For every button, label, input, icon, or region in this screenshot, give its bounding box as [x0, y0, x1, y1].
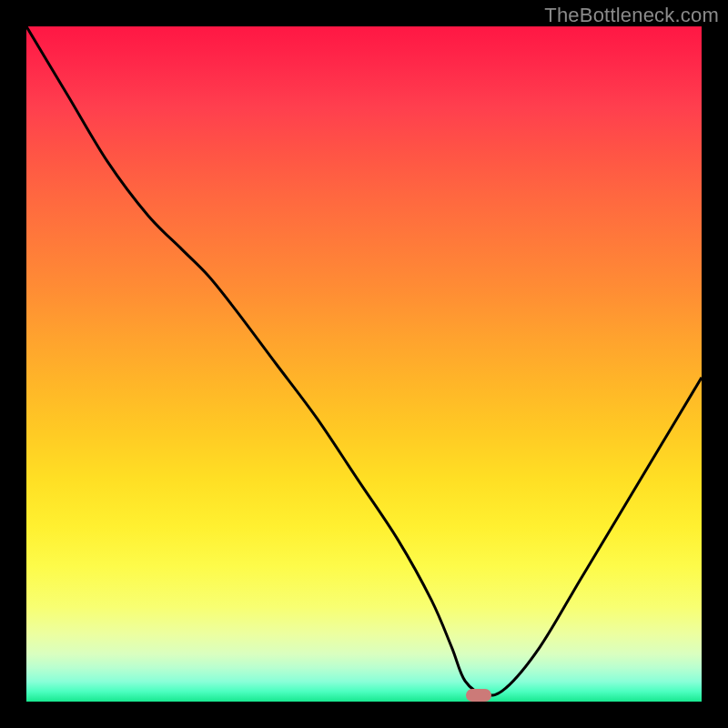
watermark-text: TheBottleneck.com	[544, 4, 719, 27]
optimal-point-marker	[466, 689, 491, 702]
chart-frame: TheBottleneck.com	[0, 0, 728, 728]
bottleneck-curve	[26, 26, 702, 702]
plot-area	[26, 26, 702, 702]
